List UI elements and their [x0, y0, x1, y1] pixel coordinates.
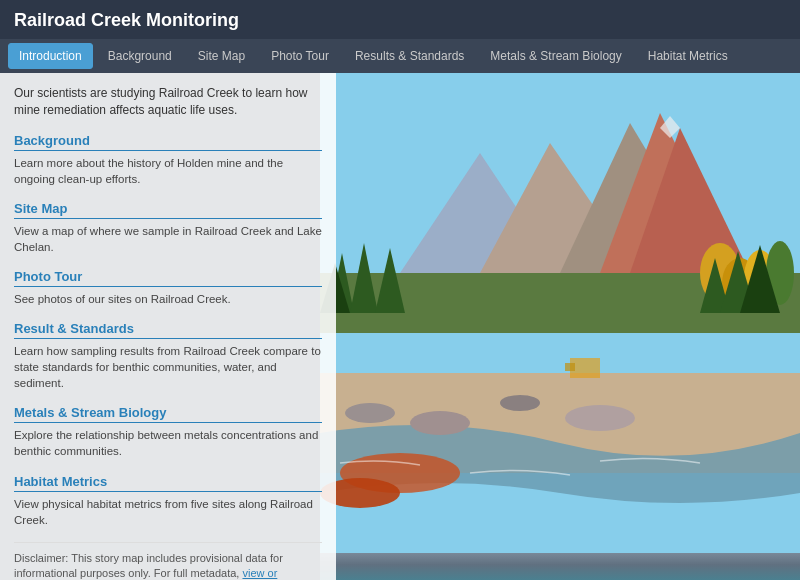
nav-bar: IntroductionBackgroundSite MapPhoto Tour…: [0, 39, 800, 73]
svg-rect-23: [565, 363, 575, 371]
section-metals-desc: Explore the relationship between metals …: [14, 427, 322, 459]
section-sitemap-title[interactable]: Site Map: [14, 201, 322, 219]
section-metals-title[interactable]: Metals & Stream Biology: [14, 405, 322, 423]
section-background-desc: Learn more about the history of Holden m…: [14, 155, 322, 187]
section-phototour-desc: See photos of our sites on Railroad Cree…: [14, 291, 322, 307]
nav-item-habitat-metrics[interactable]: Habitat Metrics: [637, 43, 739, 69]
svg-point-18: [500, 395, 540, 411]
page-title: Railroad Creek Monitoring: [14, 10, 786, 31]
left-panel: Our scientists are studying Railroad Cre…: [0, 73, 336, 580]
nav-item-photo-tour[interactable]: Photo Tour: [260, 43, 340, 69]
main-content: Our scientists are studying Railroad Cre…: [0, 73, 800, 580]
section-phototour: Photo Tour See photos of our sites on Ra…: [14, 269, 322, 307]
app-container: Railroad Creek Monitoring IntroductionBa…: [0, 0, 800, 580]
section-background-title[interactable]: Background: [14, 133, 322, 151]
section-metals: Metals & Stream Biology Explore the rela…: [14, 405, 322, 459]
svg-point-16: [345, 403, 395, 423]
section-results-desc: Learn how sampling results from Railroad…: [14, 343, 322, 391]
section-sitemap-desc: View a map of where we sample in Railroa…: [14, 223, 322, 255]
section-phototour-title[interactable]: Photo Tour: [14, 269, 322, 287]
section-habitat: Habitat Metrics View physical habitat me…: [14, 474, 322, 528]
svg-point-17: [410, 411, 470, 435]
background-image: [320, 73, 800, 580]
nav-item-background[interactable]: Background: [97, 43, 183, 69]
nav-item-results---standards[interactable]: Results & Standards: [344, 43, 475, 69]
section-results-title[interactable]: Result & Standards: [14, 321, 322, 339]
section-results: Result & Standards Learn how sampling re…: [14, 321, 322, 391]
nav-item-metals---stream-biology[interactable]: Metals & Stream Biology: [479, 43, 632, 69]
section-background: Background Learn more about the history …: [14, 133, 322, 187]
disclaimer: Disclaimer: This story map includes prov…: [14, 542, 322, 580]
section-sitemap: Site Map View a map of where we sample i…: [14, 201, 322, 255]
nav-item-introduction[interactable]: Introduction: [8, 43, 93, 69]
section-habitat-title[interactable]: Habitat Metrics: [14, 474, 322, 492]
title-bar: Railroad Creek Monitoring: [0, 0, 800, 39]
intro-text: Our scientists are studying Railroad Cre…: [14, 85, 322, 119]
svg-point-19: [565, 405, 635, 431]
section-habitat-desc: View physical habitat metrics from five …: [14, 496, 322, 528]
nav-item-site-map[interactable]: Site Map: [187, 43, 256, 69]
